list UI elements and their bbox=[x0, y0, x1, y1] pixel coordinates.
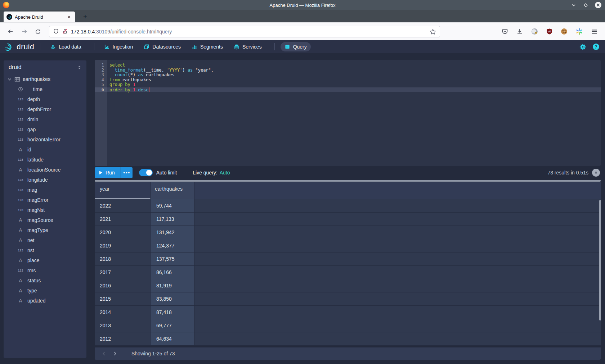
sidebar-column-magNst[interactable]: 123magNst bbox=[4, 205, 86, 215]
new-tab-button[interactable]: + bbox=[81, 13, 89, 22]
column-header-earthquakes[interactable]: earthquakes bbox=[151, 182, 194, 199]
druid-brand[interactable]: druid bbox=[4, 42, 34, 51]
cookie-extension-icon[interactable] bbox=[560, 28, 568, 35]
nav-load-data[interactable]: Load data bbox=[46, 42, 85, 51]
reload-button[interactable] bbox=[32, 26, 43, 37]
code-line[interactable]: from earthquakes bbox=[107, 78, 601, 83]
previous-page-button[interactable] bbox=[100, 349, 108, 358]
vertical-scrollbar[interactable] bbox=[599, 200, 601, 320]
cell-earthquakes[interactable]: 86,166 bbox=[151, 266, 194, 279]
next-page-button[interactable] bbox=[111, 349, 119, 358]
bookmark-star-icon[interactable] bbox=[430, 28, 436, 35]
code-line[interactable]: select bbox=[107, 63, 601, 68]
cell-earthquakes[interactable]: 87,418 bbox=[151, 306, 194, 319]
sidebar-column-depth[interactable]: 123depth bbox=[4, 94, 86, 104]
sidebar-column-mag[interactable]: 123mag bbox=[4, 185, 86, 195]
cell-year[interactable]: 2015 bbox=[95, 292, 151, 305]
cell-year[interactable]: 2018 bbox=[95, 252, 151, 265]
nav-services[interactable]: Services bbox=[230, 42, 266, 51]
sidebar-column-status[interactable]: Astatus bbox=[4, 276, 86, 286]
code-line[interactable]: group by 1 bbox=[107, 82, 601, 87]
cell-year[interactable]: 2020 bbox=[95, 226, 151, 239]
nav-datasources[interactable]: Datasources bbox=[140, 42, 185, 51]
cell-year[interactable]: 2013 bbox=[95, 319, 151, 332]
window-close-icon[interactable] bbox=[595, 2, 601, 8]
run-button[interactable]: Run bbox=[95, 167, 121, 178]
url-text[interactable]: 172.18.0.4:30109/unified-console.html#qu… bbox=[71, 29, 427, 35]
sidebar-column-id[interactable]: Aid bbox=[4, 145, 86, 155]
number-type-icon: 123 bbox=[17, 178, 24, 182]
column-label: depthError bbox=[27, 106, 51, 112]
sidebar-column-gap[interactable]: 123gap bbox=[4, 124, 86, 135]
cell-earthquakes[interactable]: 59,744 bbox=[151, 199, 194, 212]
sql-editor[interactable]: 123456 select time_format(__time, 'YYYY'… bbox=[95, 60, 601, 166]
cell-earthquakes[interactable]: 69,777 bbox=[151, 319, 194, 332]
nav-query[interactable]: Query bbox=[281, 42, 311, 51]
settings-gear-icon[interactable] bbox=[579, 44, 586, 50]
sidebar-column-type[interactable]: Atype bbox=[4, 286, 86, 296]
code-line[interactable]: count(*) as earthquakes bbox=[107, 73, 601, 78]
nav-ingestion[interactable]: Ingestion bbox=[100, 42, 137, 51]
cell-year[interactable]: 2014 bbox=[95, 306, 151, 319]
pocket-icon[interactable] bbox=[501, 28, 508, 35]
sidebar-column-magSource[interactable]: AmagSource bbox=[4, 215, 86, 225]
tracking-shield-icon[interactable] bbox=[53, 28, 59, 35]
cell-earthquakes[interactable]: 124,377 bbox=[151, 239, 194, 252]
cell-year[interactable]: 2016 bbox=[95, 279, 151, 292]
sidebar-column-rms[interactable]: 123rms bbox=[4, 265, 86, 276]
code-line[interactable]: order by 1 desc bbox=[107, 87, 601, 92]
cell-earthquakes[interactable]: 81,919 bbox=[151, 279, 194, 292]
cell-year[interactable]: 2021 bbox=[95, 213, 151, 226]
auto-limit-toggle[interactable] bbox=[139, 169, 153, 176]
cell-earthquakes[interactable]: 131,942 bbox=[151, 226, 194, 239]
sidebar-column-locationSource[interactable]: AlocationSource bbox=[4, 165, 86, 175]
table-row: 201369,777 bbox=[95, 319, 601, 332]
sidebar-column-magError[interactable]: 123magError bbox=[4, 195, 86, 205]
back-button[interactable] bbox=[5, 26, 16, 37]
chevron-down-icon[interactable] bbox=[7, 77, 12, 82]
cell-earthquakes[interactable]: 117,133 bbox=[151, 213, 194, 226]
nav-segments[interactable]: Segments bbox=[188, 42, 227, 51]
table-row: 201487,418 bbox=[95, 306, 601, 319]
cell-year[interactable]: 2019 bbox=[95, 239, 151, 252]
code-line[interactable]: time_format(__time, 'YYYY') as "year", bbox=[107, 68, 601, 73]
privacy-extension-icon[interactable] bbox=[531, 28, 538, 35]
column-header-year[interactable]: year bbox=[95, 182, 151, 199]
browser-tab[interactable]: Apache Druid × bbox=[4, 12, 75, 22]
tab-close-icon[interactable]: × bbox=[66, 14, 72, 20]
help-icon[interactable]: ? bbox=[593, 44, 599, 50]
sidebar-column-place[interactable]: Aplace bbox=[4, 255, 86, 265]
insecure-lock-icon[interactable] bbox=[62, 28, 68, 35]
sidebar-column-dmin[interactable]: 123dmin bbox=[4, 114, 86, 124]
cell-year[interactable]: 2017 bbox=[95, 266, 151, 279]
sidebar-column-depthError[interactable]: 123depthError bbox=[4, 104, 86, 114]
cell-earthquakes[interactable]: 137,575 bbox=[151, 252, 194, 265]
horizontal-scrollbar[interactable] bbox=[95, 180, 601, 182]
sidebar-column-longitude[interactable]: 123longitude bbox=[4, 175, 86, 185]
menu-hamburger-icon[interactable] bbox=[591, 28, 598, 35]
sidebar-column-__time[interactable]: __time bbox=[4, 84, 86, 94]
window-minimize-icon[interactable] bbox=[571, 2, 577, 8]
sidebar-column-magType[interactable]: AmagType bbox=[4, 225, 86, 235]
cell-year[interactable]: 2022 bbox=[95, 199, 151, 212]
forward-button[interactable] bbox=[19, 26, 30, 37]
cell-year[interactable]: 2012 bbox=[95, 332, 151, 345]
download-results-icon[interactable] bbox=[592, 169, 600, 177]
run-more-button[interactable]: ●●● bbox=[121, 167, 133, 178]
cell-earthquakes[interactable]: 64,634 bbox=[151, 332, 194, 345]
sidebar-column-latitude[interactable]: 123latitude bbox=[4, 155, 86, 165]
cell-earthquakes[interactable]: 83,850 bbox=[151, 292, 194, 305]
sidebar-column-net[interactable]: Anet bbox=[4, 235, 86, 245]
window-maximize-icon[interactable] bbox=[583, 3, 588, 8]
sidebar-column-updated[interactable]: Aupdated bbox=[4, 296, 86, 306]
url-bar[interactable]: 172.18.0.4:30109/unified-console.html#qu… bbox=[49, 26, 440, 37]
colorful-extension-icon[interactable] bbox=[575, 28, 583, 35]
double-caret-vertical-icon[interactable] bbox=[77, 65, 82, 70]
sidebar-table-earthquakes[interactable]: earthquakes bbox=[4, 74, 86, 84]
ublock-icon[interactable]: uO bbox=[546, 28, 553, 35]
downloads-icon[interactable] bbox=[516, 28, 523, 35]
sidebar-column-nst[interactable]: 123nst bbox=[4, 245, 86, 255]
sidebar-column-horizontalError[interactable]: 123horizontalError bbox=[4, 135, 86, 145]
editor-code[interactable]: select time_format(__time, 'YYYY') as "y… bbox=[107, 60, 601, 166]
live-query-value[interactable]: Auto bbox=[220, 170, 230, 176]
